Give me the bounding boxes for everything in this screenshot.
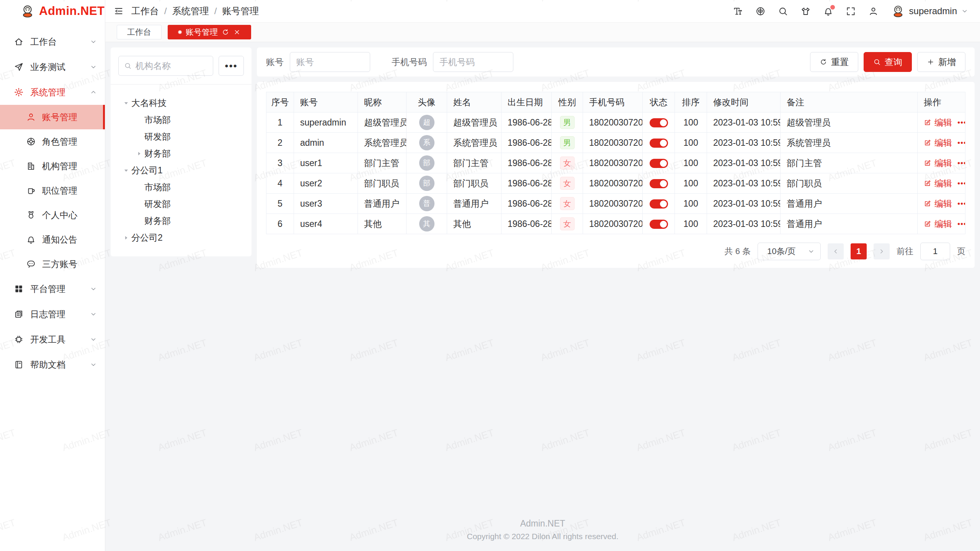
bell-icon — [26, 235, 36, 245]
tree-node[interactable]: 研发部 — [118, 128, 244, 145]
org-search-input[interactable] — [136, 61, 207, 71]
profile-button[interactable] — [868, 6, 879, 16]
tree-node-label: 财务部 — [144, 148, 171, 160]
edit-button[interactable]: 编辑 — [934, 178, 952, 189]
sidebar-item-third-party-account[interactable]: 三方账号 — [0, 252, 105, 276]
tree-node[interactable]: 市场部 — [118, 111, 244, 128]
prev-page-button[interactable] — [828, 243, 844, 259]
tree-node-label: 财务部 — [144, 215, 171, 227]
pagination: 共 6 条 10条/页 1 前往 页 — [266, 243, 965, 260]
more-actions-button[interactable]: ••• — [957, 199, 965, 208]
search-button[interactable]: 查询 — [864, 52, 912, 72]
tree-node[interactable]: 市场部 — [118, 179, 244, 196]
cell-gender: 女 — [552, 194, 583, 214]
sidebar-item-personal-center[interactable]: 个人中心 — [0, 203, 105, 227]
edit-button[interactable]: 编辑 — [934, 157, 952, 169]
tree-node[interactable]: 财务部 — [118, 145, 244, 162]
tree-node[interactable]: 分公司2 — [118, 229, 244, 246]
grid-icon — [14, 284, 24, 294]
status-toggle[interactable] — [650, 159, 668, 168]
caret-down-icon[interactable] — [121, 99, 131, 107]
more-actions-button[interactable]: ••• — [957, 159, 965, 168]
sidebar-item-role-admin[interactable]: 角色管理 — [0, 129, 105, 154]
next-page-button[interactable] — [874, 243, 890, 259]
status-toggle[interactable] — [650, 179, 668, 188]
table-row: 3user1部门主管部部门主管1986-06-28女18020030720100… — [266, 153, 965, 173]
goto-page-input[interactable] — [920, 243, 950, 260]
cell-account: superadmin — [294, 112, 358, 133]
plus-icon — [927, 58, 934, 66]
edit-button[interactable]: 编辑 — [934, 137, 952, 149]
cell-gender: 男 — [552, 133, 583, 153]
chevron-down-icon — [90, 310, 97, 318]
phone-input[interactable] — [433, 52, 513, 72]
more-actions-button[interactable]: ••• — [957, 139, 965, 147]
tab-account-admin[interactable]: 账号管理 — [168, 25, 251, 39]
sidebar: Admin.NET 工作台业务测试系统管理账号管理角色管理机构管理职位管理个人中… — [0, 0, 105, 551]
notification-button[interactable] — [823, 6, 833, 16]
reset-button[interactable]: 重置 — [810, 52, 858, 72]
cell-modified: 2023-01-03 10:59:44 — [707, 214, 781, 234]
sidebar-item-business-test[interactable]: 业务测试 — [0, 54, 105, 80]
tab-refresh-icon[interactable] — [222, 28, 229, 36]
sidebar-item-platform-admin[interactable]: 平台管理 — [0, 276, 105, 302]
cell-name: 系统管理员 — [447, 133, 501, 153]
more-actions-button[interactable]: ••• — [957, 220, 965, 228]
fullscreen-button[interactable] — [846, 6, 856, 16]
sidebar-item-org-admin[interactable]: 机构管理 — [0, 154, 105, 178]
sidebar-item-notice[interactable]: 通知公告 — [0, 227, 105, 252]
language-button[interactable] — [755, 6, 766, 16]
breadcrumb-item[interactable]: 账号管理 — [222, 5, 259, 17]
cell-phone: 18020030720 — [583, 153, 643, 173]
font-size-button[interactable] — [733, 6, 743, 16]
user-menu[interactable]: superadmin — [891, 4, 969, 18]
edit-button[interactable]: 编辑 — [934, 117, 952, 129]
tree-node[interactable]: 分公司1 — [118, 162, 244, 179]
more-actions-button[interactable]: ••• — [957, 179, 965, 188]
sidebar-item-system-admin[interactable]: 系统管理 — [0, 80, 105, 105]
sidebar-item-help-docs[interactable]: 帮助文档 — [0, 352, 105, 377]
cell-avatar: 普 — [407, 194, 447, 214]
sidebar-item-position-admin[interactable]: 职位管理 — [0, 178, 105, 203]
username: superadmin — [909, 6, 957, 16]
logo[interactable]: Admin.NET — [0, 0, 105, 22]
status-toggle[interactable] — [650, 220, 668, 229]
status-toggle[interactable] — [650, 118, 668, 127]
tree-more-button[interactable]: ••• — [219, 56, 244, 76]
more-actions-button[interactable]: ••• — [957, 118, 965, 127]
edit-button[interactable]: 编辑 — [934, 198, 952, 210]
tab-label: 工作台 — [127, 27, 151, 37]
breadcrumb-item[interactable]: 工作台 — [131, 5, 159, 17]
current-page-button[interactable]: 1 — [851, 243, 867, 259]
page-size-select[interactable]: 10条/页 — [758, 243, 821, 260]
tab-workbench[interactable]: 工作台 — [117, 25, 162, 39]
tree-node[interactable]: 大名科技 — [118, 95, 244, 111]
menu-fold-icon[interactable] — [114, 6, 124, 16]
building-icon — [26, 161, 36, 171]
status-toggle[interactable] — [650, 199, 668, 209]
edit-icon — [924, 139, 931, 147]
caret-down-icon[interactable] — [121, 167, 131, 174]
chevron-down-icon — [90, 285, 97, 293]
user-avatar — [891, 4, 905, 18]
search-button[interactable] — [778, 6, 788, 16]
breadcrumb-item[interactable]: 系统管理 — [172, 5, 209, 17]
cell-remark: 普通用户 — [781, 214, 918, 234]
page-suffix: 页 — [957, 246, 965, 257]
status-toggle[interactable] — [650, 139, 668, 148]
sidebar-item-dev-tools[interactable]: 开发工具 — [0, 327, 105, 352]
sidebar-item-label: 三方账号 — [42, 258, 77, 270]
theme-button[interactable] — [800, 6, 811, 16]
avatar: 部 — [419, 176, 434, 191]
sidebar-item-account-admin[interactable]: 账号管理 — [0, 105, 105, 129]
tab-close-icon[interactable] — [233, 28, 241, 36]
add-button[interactable]: 新增 — [917, 52, 965, 72]
tree-node[interactable]: 财务部 — [118, 212, 244, 229]
sidebar-item-log-admin[interactable]: 日志管理 — [0, 302, 105, 327]
caret-right-icon[interactable] — [121, 234, 131, 241]
sidebar-item-workbench[interactable]: 工作台 — [0, 29, 105, 54]
edit-button[interactable]: 编辑 — [934, 218, 952, 230]
caret-right-icon[interactable] — [134, 150, 144, 157]
tree-node[interactable]: 研发部 — [118, 196, 244, 212]
account-input[interactable] — [290, 52, 370, 72]
